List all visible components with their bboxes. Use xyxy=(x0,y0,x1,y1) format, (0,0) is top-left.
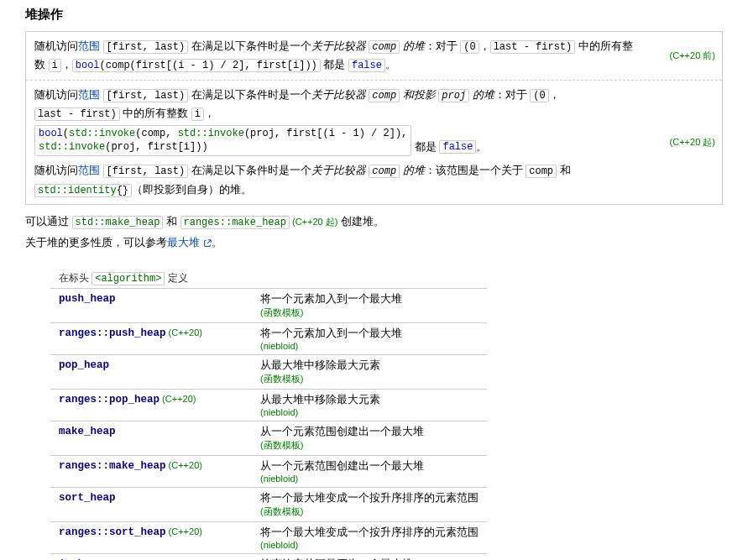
text: ：对于 xyxy=(425,39,461,52)
function-link[interactable]: pop_heap xyxy=(59,359,109,371)
text: 在满足以下条件时是一个 xyxy=(188,88,311,101)
text: 在满足以下条件时是一个 xyxy=(188,39,311,52)
function-link[interactable]: make_heap xyxy=(59,426,116,437)
table-row: ranges::sort_heap (C++20)将一个最大堆变成一个按升序排序… xyxy=(50,521,487,553)
text: ：该范围是一个关于 xyxy=(425,164,526,176)
external-link-icon xyxy=(203,239,212,248)
open-code: (0 xyxy=(530,89,548,102)
table-row: make_heap从一个元素范围创建出一个最大堆(函数模板) xyxy=(50,421,487,455)
italic-text: 关于比较器 comp 和投影 proj 的堆 xyxy=(311,88,494,101)
function-desc: 将一个元素加入到一个最大堆 xyxy=(260,292,479,306)
function-link[interactable]: ranges::pop_heap xyxy=(59,394,160,406)
version-tag: (C++20) xyxy=(166,327,202,338)
comp-code: comp xyxy=(369,89,400,102)
table-header: 在标头 <algorithm> 定义 xyxy=(50,269,487,289)
version-tag: (C++20) xyxy=(166,526,202,536)
i-code: i xyxy=(191,107,204,121)
comp-code: comp xyxy=(369,165,400,178)
table-row: ranges::push_heap (C++20)将一个元素加入到一个最大堆(n… xyxy=(50,322,487,354)
comp-code: comp xyxy=(526,165,557,178)
invoke-link[interactable]: std::invoke xyxy=(178,128,244,139)
function-subdesc: (niebloid) xyxy=(260,474,479,484)
revision-box: 随机访问范围 [first, last) 在满足以下条件时是一个关于比较器 co… xyxy=(25,31,723,205)
function-subdesc: (niebloid) xyxy=(260,540,479,550)
table-row: ranges::make_heap (C++20)从一个元素范围创建出一个最大堆… xyxy=(50,455,487,487)
version-tag: (C++20) xyxy=(160,394,196,404)
text: 都是 xyxy=(321,58,348,71)
text: 都是 xyxy=(411,139,439,152)
section-heading: 堆操作 xyxy=(25,7,723,23)
make-heap-code: std::make_heap xyxy=(72,216,164,229)
function-subdesc: (函数模板) xyxy=(260,439,479,452)
text: 随机访问 xyxy=(34,88,78,101)
function-link[interactable]: ranges::make_heap xyxy=(59,460,166,472)
i-code: i xyxy=(49,59,61,72)
function-subdesc: (函数模板) xyxy=(260,306,479,319)
text: 随机访问 xyxy=(34,39,78,52)
function-desc: 将一个元素加入到一个最大堆 xyxy=(260,327,479,341)
range-link[interactable]: 范围 xyxy=(78,164,100,176)
version-tag: (C++20) xyxy=(166,460,202,470)
paragraph: 关于堆的更多性质，可以参考最大堆 。 xyxy=(25,234,723,251)
text: ， xyxy=(204,107,215,119)
invoke-link[interactable]: std::invoke xyxy=(39,141,105,153)
function-link[interactable]: sort_heap xyxy=(59,492,116,504)
text: 。 xyxy=(385,58,396,71)
range-code: [first, last) xyxy=(103,89,189,102)
function-desc: 将一个最大堆变成一个按升序排序的元素范围 xyxy=(260,526,479,540)
identity-link[interactable]: std::identity xyxy=(38,185,117,196)
function-table: 在标头 <algorithm> 定义push_heap将一个元素加入到一个最大堆… xyxy=(50,269,487,560)
function-subdesc: (函数模板) xyxy=(260,505,479,518)
since-tag: (C++20 起) xyxy=(290,217,337,227)
rev-body-pre20: 随机访问范围 [first, last) 在满足以下条件时是一个关于比较器 co… xyxy=(26,32,648,80)
text: ：对于 xyxy=(494,88,531,101)
table-row: pop_heap从最大堆中移除最大元素(函数模板) xyxy=(50,354,487,389)
open-code: (0 xyxy=(460,40,479,54)
invoke-link[interactable]: std::invoke xyxy=(69,128,135,139)
ranges-make-heap-link[interactable]: ranges::make_heap xyxy=(184,217,286,228)
text: 中的所有整数 xyxy=(120,107,191,119)
function-subdesc: (niebloid) xyxy=(260,341,479,351)
condition-code: bool(comp(first[(i - 1) / 2], first[i])) xyxy=(72,59,321,72)
function-subdesc: (函数模板) xyxy=(260,373,479,385)
italic-text: 关于比较器 comp 的堆 xyxy=(311,164,425,176)
max-heap-link[interactable]: 最大堆 xyxy=(167,236,200,249)
false-code: false xyxy=(348,59,385,72)
text: （即投影到自身）的堆。 xyxy=(132,183,252,196)
function-desc: 检查给定范围是否为一个最大堆 xyxy=(260,557,479,560)
table-row: ranges::pop_heap (C++20)从最大堆中移除最大元素(nieb… xyxy=(50,389,487,421)
text: ， xyxy=(61,58,72,71)
function-desc: 从最大堆中移除最大元素 xyxy=(260,393,479,407)
function-desc: 从一个元素范围创建出一个最大堆 xyxy=(260,459,479,474)
proj-code: proj xyxy=(438,89,469,102)
text: 随机访问 xyxy=(34,164,78,176)
function-subdesc: (niebloid) xyxy=(260,407,479,417)
range-link[interactable]: 范围 xyxy=(78,39,100,52)
function-link[interactable]: ranges::sort_heap xyxy=(59,526,166,538)
range-link[interactable]: 范围 xyxy=(78,88,100,101)
condition-code-block: bool(std::invoke(comp, std::invoke(proj,… xyxy=(34,125,411,157)
comp-code: comp xyxy=(369,40,400,54)
false-code: false xyxy=(439,140,476,154)
italic-text: 关于比较器 comp 的堆 xyxy=(311,39,425,52)
ranges-make-heap-code: ranges::make_heap xyxy=(180,216,290,229)
function-link[interactable]: ranges::push_heap xyxy=(59,327,166,339)
table-row: sort_heap将一个最大堆变成一个按升序排序的元素范围(函数模板) xyxy=(50,487,487,521)
close-code: last - first) xyxy=(490,40,576,54)
function-desc: 将一个最大堆变成一个按升序排序的元素范围 xyxy=(260,491,479,505)
make-heap-link[interactable]: std::make_heap xyxy=(76,217,160,228)
range-code: [first, last) xyxy=(103,165,189,178)
close-code: last - first) xyxy=(34,107,120,121)
paragraph: 可以通过 std::make_heap 和 ranges::make_heap … xyxy=(25,213,723,231)
rev-tag: (C++20 起) xyxy=(648,136,722,149)
function-link[interactable]: push_heap xyxy=(59,293,116,305)
range-code: [first, last) xyxy=(103,40,189,54)
rev-body-since20: 随机访问范围 [first, last) 在满足以下条件时是一个关于比较器 co… xyxy=(26,81,648,204)
text: 和 xyxy=(557,164,571,176)
function-desc: 从一个元素范围创建出一个最大堆 xyxy=(260,425,479,439)
rev-tag: (C++20 前) xyxy=(648,50,722,62)
identity-code: std::identity{} xyxy=(34,184,132,197)
table-row: is_heap检查给定范围是否为一个最大堆(函数模板) xyxy=(50,553,487,560)
function-desc: 从最大堆中移除最大元素 xyxy=(260,359,479,373)
text: 在满足以下条件时是一个 xyxy=(188,164,311,176)
